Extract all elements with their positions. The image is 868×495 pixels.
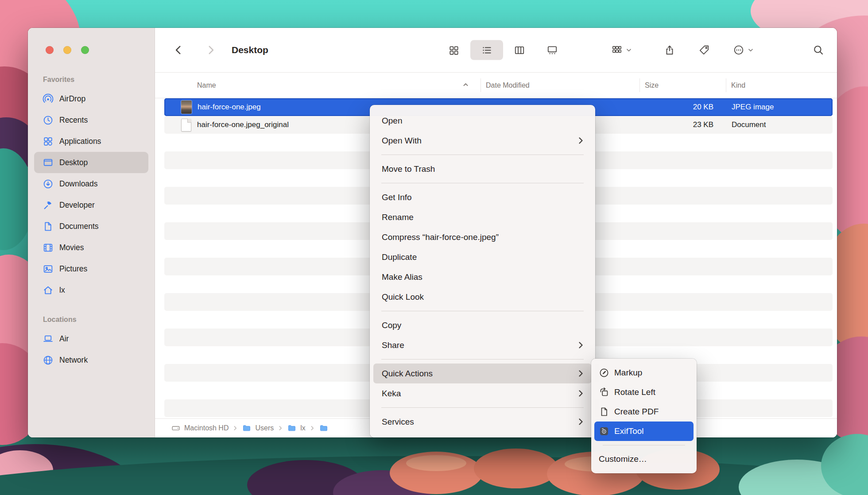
hammer-icon xyxy=(43,200,54,211)
file-size: 20 KB xyxy=(639,103,726,112)
create-pdf-icon xyxy=(599,406,609,417)
menu-item-share[interactable]: Share xyxy=(373,335,592,355)
column-header-row: NameDate ModifiedSizeKind xyxy=(155,72,837,98)
column-header-size[interactable]: Size xyxy=(645,81,659,89)
sidebar-item-network[interactable]: Network xyxy=(34,349,148,371)
submenu-chevron-icon xyxy=(578,418,584,425)
path-segment-label: lx xyxy=(300,424,306,432)
path-segment-folder[interactable] xyxy=(319,424,329,433)
path-segment-macintosh-hd[interactable]: Macintosh HD xyxy=(171,424,229,433)
submenu-item-label: Markup xyxy=(614,368,689,378)
zoom-button[interactable] xyxy=(81,46,89,54)
menu-item-open-with[interactable]: Open With xyxy=(373,131,592,151)
menu-item-move-to-trash[interactable]: Move to Trash xyxy=(373,159,592,179)
search-button[interactable] xyxy=(813,44,824,56)
minimize-button[interactable] xyxy=(63,46,71,54)
toolbar: Desktop xyxy=(155,28,837,72)
menu-item-quick-actions[interactable]: Quick Actions xyxy=(373,364,592,383)
column-header-name[interactable]: Name xyxy=(197,81,216,89)
menu-item-keka[interactable]: Keka xyxy=(373,383,592,403)
submenu-item-rotate-left[interactable]: Rotate Left xyxy=(594,383,694,402)
sidebar-section-title: Locations xyxy=(28,316,155,328)
view-switcher xyxy=(438,40,569,60)
sidebar-item-pictures[interactable]: Pictures xyxy=(34,258,148,279)
file-kind: JPEG image xyxy=(726,103,833,112)
column-header-date-modified[interactable]: Date Modified xyxy=(486,81,530,89)
menu-item-label: Quick Actions xyxy=(382,369,578,379)
sidebar-item-documents[interactable]: Documents xyxy=(34,216,148,237)
chevron-down-icon xyxy=(748,47,754,53)
sidebar-item-lx[interactable]: lx xyxy=(34,279,148,301)
menu-item-copy[interactable]: Copy xyxy=(373,315,592,335)
sidebar-item-label: lx xyxy=(59,286,65,295)
file-size: 23 KB xyxy=(639,120,726,129)
folder-icon xyxy=(319,424,329,433)
submenu-chevron-icon xyxy=(578,390,584,397)
folder-icon xyxy=(287,424,297,433)
group-button[interactable] xyxy=(611,44,632,56)
column-view-button[interactable] xyxy=(503,40,536,60)
sidebar-item-air[interactable]: Air xyxy=(34,328,148,349)
globe-icon xyxy=(43,355,54,366)
sidebar-item-label: Recents xyxy=(59,116,88,125)
forward-button[interactable] xyxy=(205,44,217,56)
tag-button[interactable] xyxy=(698,44,710,56)
file-name: hair-force-one.jpeg_original xyxy=(197,120,289,129)
submenu-item-create-pdf[interactable]: Create PDF xyxy=(594,402,694,422)
window-title: Desktop xyxy=(232,45,268,55)
sidebar-item-developer[interactable]: Developer xyxy=(34,194,148,216)
quick-actions-submenu: MarkupRotate LeftCreate PDFExifToolCusto… xyxy=(591,359,697,473)
menu-item-label: Get Info xyxy=(382,193,584,202)
close-button[interactable] xyxy=(46,46,54,54)
menu-separator xyxy=(381,407,584,408)
gallery-view-button[interactable] xyxy=(536,40,569,60)
menu-item-duplicate[interactable]: Duplicate xyxy=(373,247,592,267)
menu-item-open[interactable]: Open xyxy=(373,111,592,131)
submenu-item-label: ExifTool xyxy=(614,426,689,436)
sidebar-item-downloads[interactable]: Downloads xyxy=(34,173,148,194)
sidebar-item-airdrop[interactable]: AirDrop xyxy=(34,88,148,109)
sidebar-item-recents[interactable]: Recents xyxy=(34,109,148,131)
menu-item-quick-look[interactable]: Quick Look xyxy=(373,287,592,307)
menu-item-get-info[interactable]: Get Info xyxy=(373,187,592,207)
share-button[interactable] xyxy=(664,44,675,56)
sidebar-item-label: Movies xyxy=(59,243,84,252)
path-segment-users[interactable]: Users xyxy=(242,424,274,433)
search-icon xyxy=(813,44,824,56)
menu-item-label: Open With xyxy=(382,136,578,146)
sidebar-item-label: Downloads xyxy=(59,179,98,189)
sidebar-item-movies[interactable]: Movies xyxy=(34,237,148,258)
window-controls xyxy=(46,46,89,54)
downloads-icon xyxy=(43,178,54,189)
submenu-item-exiftool[interactable]: ExifTool xyxy=(594,422,694,441)
sidebar-item-desktop[interactable]: Desktop xyxy=(34,152,148,173)
markup-icon xyxy=(599,367,609,378)
menu-item-rename[interactable]: Rename xyxy=(373,207,592,227)
path-segment-lx[interactable]: lx xyxy=(287,424,306,433)
submenu-item-markup[interactable]: Markup xyxy=(594,363,694,383)
column-header-kind[interactable]: Kind xyxy=(731,81,745,89)
more-actions-button[interactable] xyxy=(733,44,754,56)
gallery-view-icon xyxy=(546,44,558,56)
list-view-button[interactable] xyxy=(470,40,503,60)
file-name: hair-force-one.jpeg xyxy=(198,103,261,112)
sidebar-item-label: Air xyxy=(59,334,69,344)
menu-item-label: Share xyxy=(382,340,578,350)
icon-view-button[interactable] xyxy=(438,40,470,60)
desktop-icon xyxy=(43,157,54,168)
back-button[interactable] xyxy=(173,44,184,56)
sidebar-section-favorites: FavoritesAirDropRecentsApplicationsDeskt… xyxy=(28,76,155,301)
chevron-left-icon xyxy=(173,44,184,56)
app-grid-icon xyxy=(43,136,54,147)
sidebar-item-applications[interactable]: Applications xyxy=(34,131,148,152)
home-icon xyxy=(43,285,54,296)
submenu-item-label: Create PDF xyxy=(614,407,689,417)
context-menu: OpenOpen WithMove to TrashGet InfoRename… xyxy=(370,105,595,437)
menu-item-services[interactable]: Services xyxy=(373,412,592,432)
submenu-chevron-icon xyxy=(578,137,584,144)
path-segment-label: Macintosh HD xyxy=(184,424,229,432)
menu-item-make-alias[interactable]: Make Alias xyxy=(373,267,592,287)
menu-item-compress-hair-force-one-jpeg[interactable]: Compress “hair-force-one.jpeg” xyxy=(373,227,592,247)
menu-separator xyxy=(381,359,584,360)
submenu-item-customize[interactable]: Customize… xyxy=(594,449,694,469)
